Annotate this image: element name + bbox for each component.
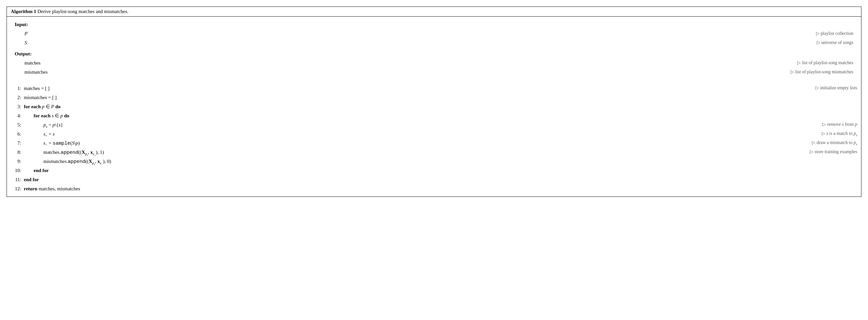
blank-separator xyxy=(11,78,857,84)
output-matches-comment: ▷ list of playlist-song matches xyxy=(797,59,853,67)
input-P-symbol: P xyxy=(25,30,853,38)
line-num-5: 5: xyxy=(11,121,21,129)
line-num-7: 7: xyxy=(11,139,21,147)
line-content-8: matches.append((Xps, xs+), 1) xyxy=(24,148,857,157)
algo-line-11: 11: end for xyxy=(11,176,857,185)
line-num-6: 6: xyxy=(11,130,21,138)
input-S-comment: ▷ universe of songs xyxy=(817,39,854,46)
input-section: Input: P ▷ playlist collection S ▷ unive… xyxy=(11,19,857,48)
line-content-11: end for xyxy=(24,176,857,183)
line-content-3: for each p ∈ P do xyxy=(24,103,857,110)
line-content-6: s+ = s xyxy=(24,130,857,139)
line-content-10: end for xyxy=(24,167,857,174)
line-num-9: 9: xyxy=(11,157,21,165)
algo-line-3: 3: for each p ∈ P do xyxy=(11,103,857,112)
line-content-5: ps = p\{s} xyxy=(24,121,857,129)
line-comment-8: ▷ store training examples xyxy=(810,148,857,155)
line-content-7: s− = sample(S\p) xyxy=(24,139,857,148)
algorithm-number: Algorithm 1 xyxy=(11,9,36,14)
algo-line-8: 8: matches.append((Xps, xs+), 1) ▷ store… xyxy=(11,148,857,157)
algo-line-4: 4: for each s ∈ p do xyxy=(11,112,857,121)
algo-line-10: 10: end for xyxy=(11,167,857,176)
line-num-12: 12: xyxy=(11,185,21,192)
input-label-line: Input: xyxy=(15,21,853,30)
algorithm-box: Algorithm 1 Derive playlist-song matches… xyxy=(6,6,862,197)
output-mismatches-symbol: mismatches xyxy=(25,68,853,77)
line-content-2: mismatches = [ ] xyxy=(24,94,857,101)
line-comment-1: ▷ initialize empty lists xyxy=(815,84,857,92)
line-num-4: 4: xyxy=(11,112,21,119)
line-num-8: 8: xyxy=(11,148,21,156)
algo-line-2: 2: mismatches = [ ] xyxy=(11,94,857,103)
algo-line-1: 1: matches = [ ] ▷ initialize empty list… xyxy=(11,84,857,94)
input-P-comment: ▷ playlist collection xyxy=(816,30,853,37)
input-S-line: S ▷ universe of songs xyxy=(15,39,853,48)
algo-line-12: 12: return matches, mismatches xyxy=(11,185,857,194)
algorithm-header: Algorithm 1 Derive playlist-song matches… xyxy=(7,7,861,16)
line-comment-6: ▷ s is a match to ps xyxy=(822,130,857,138)
algo-line-5: 5: ps = p\{s} ▷ remove s from p xyxy=(11,121,857,130)
algorithm-description: Derive playlist-song matches and mismatc… xyxy=(37,9,129,14)
algo-line-7: 7: s− = sample(S\p) ▷ draw a mismatch to… xyxy=(11,139,857,148)
input-label: Input: xyxy=(15,21,28,29)
algorithm-body: Input: P ▷ playlist collection S ▷ unive… xyxy=(7,16,861,197)
input-P-line: P ▷ playlist collection xyxy=(15,30,853,39)
output-mismatches-comment: ▷ list of playlist-song mismatches xyxy=(790,68,853,76)
output-label: Output: xyxy=(15,50,32,58)
line-num-1: 1: xyxy=(11,84,21,92)
output-label-line: Output: xyxy=(15,50,853,59)
line-content-4: for each s ∈ p do xyxy=(24,112,857,119)
line-content-1: matches = [ ] xyxy=(24,84,857,92)
line-num-11: 11: xyxy=(11,176,21,183)
line-content-12: return matches, mismatches xyxy=(24,185,857,192)
algo-line-9: 9: mismatches.append((Xps, xs−), 0) xyxy=(11,157,857,167)
line-content-9: mismatches.append((Xps, xs−), 0) xyxy=(24,157,857,167)
line-num-10: 10: xyxy=(11,167,21,174)
line-num-2: 2: xyxy=(11,94,21,101)
input-S-symbol: S xyxy=(25,39,853,47)
line-comment-5: ▷ remove s from p xyxy=(822,121,857,128)
output-matches-line: matches ▷ list of playlist-song matches xyxy=(15,59,853,68)
output-matches-symbol: matches xyxy=(25,59,853,67)
output-mismatches-line: mismatches ▷ list of playlist-song misma… xyxy=(15,68,853,77)
line-num-3: 3: xyxy=(11,103,21,110)
algo-line-6: 6: s+ = s ▷ s is a match to ps xyxy=(11,130,857,139)
output-section: Output: matches ▷ list of playlist-song … xyxy=(11,48,857,78)
line-comment-7: ▷ draw a mismatch to ps xyxy=(812,139,857,147)
